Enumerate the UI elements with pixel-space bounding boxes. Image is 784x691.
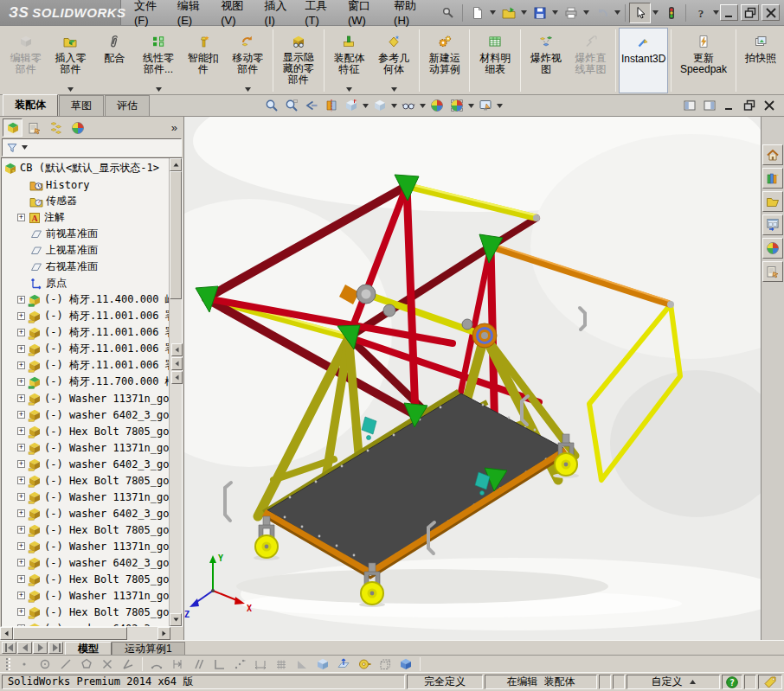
take-snapshot-button[interactable]: 拍快照 bbox=[739, 28, 782, 93]
open-document-button[interactable] bbox=[498, 3, 519, 23]
print-dropdown-caret[interactable] bbox=[582, 3, 590, 22]
vertical-scroll-thumb[interactable] bbox=[170, 171, 182, 299]
graphics-area[interactable]: YXZ bbox=[184, 117, 761, 640]
display-manager-tab[interactable] bbox=[67, 118, 87, 137]
insert-component-dropdown-caret[interactable] bbox=[67, 86, 74, 93]
tree-item[interactable]: +(-) washer 6402_3_gost_ bbox=[2, 505, 169, 521]
insert-component-button[interactable]: 插入零部件 bbox=[48, 28, 93, 93]
expand-icon[interactable]: + bbox=[17, 296, 25, 304]
featuremanager-tree-tab[interactable] bbox=[3, 118, 22, 137]
expand-icon[interactable]: + bbox=[17, 427, 25, 435]
collapse-pane-arrow[interactable] bbox=[171, 343, 183, 356]
show-feature-pane-button[interactable] bbox=[681, 99, 697, 112]
expand-icon[interactable]: + bbox=[17, 526, 25, 534]
tree-item[interactable]: +(-) washer 6402_3_gost_ bbox=[2, 456, 169, 472]
expand-icon[interactable]: + bbox=[17, 608, 25, 616]
tree-item[interactable]: 传感器 bbox=[2, 193, 169, 209]
linear-component-pattern-dropdown-caret[interactable] bbox=[156, 86, 162, 93]
menu-插入[interactable]: 插入(I) bbox=[257, 0, 298, 30]
sketch-circle-button[interactable] bbox=[35, 656, 55, 672]
tree-item[interactable]: +(-) washer 6402_3_gost_ bbox=[2, 406, 169, 423]
tree-item[interactable]: +(-) Hex Bolt 7805_gost_ bbox=[2, 472, 169, 489]
tree-horizontal-scrollbar[interactable] bbox=[0, 627, 183, 640]
minimize-document-button[interactable] bbox=[721, 99, 737, 112]
doc-tab-运动算例1[interactable]: 运动算例1 bbox=[112, 642, 185, 655]
isometric-view-button[interactable] bbox=[312, 656, 333, 672]
sketch-line-button[interactable] bbox=[55, 656, 76, 672]
tree-item[interactable]: +A注解 bbox=[2, 209, 169, 226]
angle-snap-button[interactable] bbox=[292, 656, 312, 672]
menu-文件[interactable]: 文件(F) bbox=[126, 0, 170, 30]
tree-item[interactable]: +(-) Washer 11371n_gost_ bbox=[2, 489, 169, 505]
expand-icon[interactable]: + bbox=[17, 493, 25, 501]
assembly-features-button[interactable]: 装配体特征 bbox=[327, 28, 372, 93]
measure-button[interactable] bbox=[354, 656, 375, 672]
expand-icon[interactable]: + bbox=[17, 477, 25, 484]
tree-item[interactable]: 右视基准面 bbox=[2, 259, 169, 275]
tree-item[interactable]: +(-) Hex Bolt 7805_gost_ bbox=[2, 521, 169, 538]
apply-scene-button[interactable] bbox=[448, 97, 466, 114]
expand-icon[interactable]: + bbox=[17, 394, 25, 402]
expand-icon[interactable]: + bbox=[17, 345, 25, 353]
expand-icon[interactable]: + bbox=[17, 460, 25, 468]
instant3d-button[interactable]: Instant3D bbox=[619, 28, 668, 93]
display-style-dropdown-caret[interactable] bbox=[391, 104, 397, 108]
tree-item[interactable]: +(-) Washer 11371n_gost_ bbox=[2, 538, 169, 554]
new-motion-study-button[interactable]: 新建运动算例 bbox=[422, 28, 467, 93]
restore-document-button[interactable] bbox=[741, 99, 757, 112]
tree-item[interactable]: +(-) Washer 11371n_gost_ bbox=[2, 439, 169, 456]
menu-工具[interactable]: 工具(T) bbox=[297, 0, 340, 30]
view-settings-dropdown-caret[interactable] bbox=[497, 104, 503, 108]
show-hidden-components-button[interactable]: 显示隐藏的零部件 bbox=[276, 28, 321, 93]
expand-icon[interactable]: + bbox=[17, 329, 25, 336]
section-view-button[interactable] bbox=[323, 97, 340, 114]
mate-button[interactable]: 配合 bbox=[93, 28, 136, 93]
tree-item[interactable]: +(-) Washer 11371n_gost_ bbox=[2, 587, 169, 604]
appearances-scenes-button[interactable] bbox=[762, 238, 783, 259]
expand-icon[interactable]: + bbox=[17, 312, 25, 320]
undo-button[interactable] bbox=[591, 3, 613, 23]
panel-overflow-chevron[interactable]: » bbox=[171, 121, 181, 134]
select-button[interactable] bbox=[629, 3, 651, 23]
zoom-to-area-button[interactable] bbox=[283, 97, 300, 114]
normal-to-button[interactable] bbox=[333, 656, 354, 672]
nav-prev-button[interactable] bbox=[17, 642, 32, 654]
tree-root-item[interactable]: CB (默认<默认_显示状态-1> bbox=[2, 160, 169, 176]
nav-first-button[interactable] bbox=[2, 642, 16, 654]
tree-item[interactable]: +(-) Hex Bolt 7805_gost_ bbox=[2, 604, 169, 620]
horizontal-scroll-track[interactable] bbox=[127, 627, 157, 640]
grid-snap-button[interactable] bbox=[271, 656, 292, 672]
tag-button[interactable] bbox=[758, 675, 782, 689]
expand-icon[interactable]: + bbox=[17, 559, 25, 566]
performance-button[interactable] bbox=[660, 3, 682, 23]
tree-item[interactable]: +(-) 椅牙.11.001.006 署钅 bbox=[2, 308, 169, 324]
doc-tab-模型[interactable]: 模型 bbox=[65, 642, 112, 655]
linear-component-pattern-button[interactable]: 线性零部件... bbox=[136, 28, 181, 93]
status-units[interactable]: 自定义 bbox=[627, 675, 720, 689]
move-component-dropdown-caret[interactable] bbox=[245, 86, 251, 93]
tree-item[interactable]: +(-) 椅牙.11.001.006 署钅 bbox=[2, 324, 169, 341]
scroll-left-button[interactable] bbox=[0, 627, 13, 640]
previous-view-button[interactable] bbox=[303, 97, 320, 114]
tree-item[interactable]: +(-) Washer 11371n_gost_ bbox=[2, 390, 169, 406]
custom-properties-button[interactable] bbox=[762, 261, 783, 282]
sketch-angle-button[interactable] bbox=[118, 656, 138, 672]
zoom-to-fit-button[interactable] bbox=[263, 97, 280, 114]
update-speedpak-button[interactable]: 更新 Speedpak bbox=[674, 28, 733, 93]
move-component-button[interactable]: 移动零部件 bbox=[225, 28, 270, 93]
tree-vertical-scrollbar[interactable] bbox=[169, 158, 182, 626]
close-document-button[interactable] bbox=[761, 99, 777, 112]
scroll-up-button[interactable] bbox=[170, 158, 182, 171]
expand-icon[interactable]: + bbox=[17, 592, 25, 599]
menu-窗口[interactable]: 窗口(W) bbox=[340, 0, 386, 30]
minimize-window[interactable] bbox=[720, 4, 738, 21]
expand-icon[interactable]: + bbox=[17, 411, 25, 419]
expand-icon[interactable]: + bbox=[17, 624, 25, 626]
save-button[interactable] bbox=[529, 3, 550, 23]
menu-视图[interactable]: 视图(V) bbox=[213, 0, 256, 30]
tree-item[interactable]: 上视基准面 bbox=[2, 242, 169, 259]
reference-geometry-button[interactable]: 参考几何体 bbox=[371, 28, 416, 93]
file-explorer-button[interactable] bbox=[762, 191, 783, 212]
hide-show-items-dropdown-caret[interactable] bbox=[420, 104, 426, 108]
view-orientation-button[interactable] bbox=[343, 97, 360, 114]
